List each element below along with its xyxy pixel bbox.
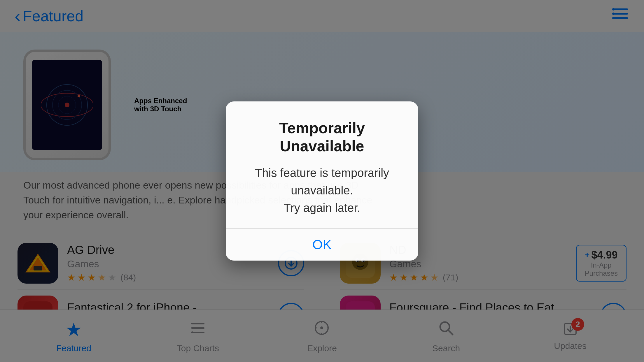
alert-message: This feature is temporarily unavailable.… (243, 164, 401, 217)
alert-dialog: Temporarily Unavailable This feature is … (226, 101, 418, 261)
alert-ok-button[interactable]: OK (226, 229, 418, 261)
alert-title: Temporarily Unavailable (243, 119, 401, 155)
alert-body: Temporarily Unavailable This feature is … (226, 101, 418, 228)
